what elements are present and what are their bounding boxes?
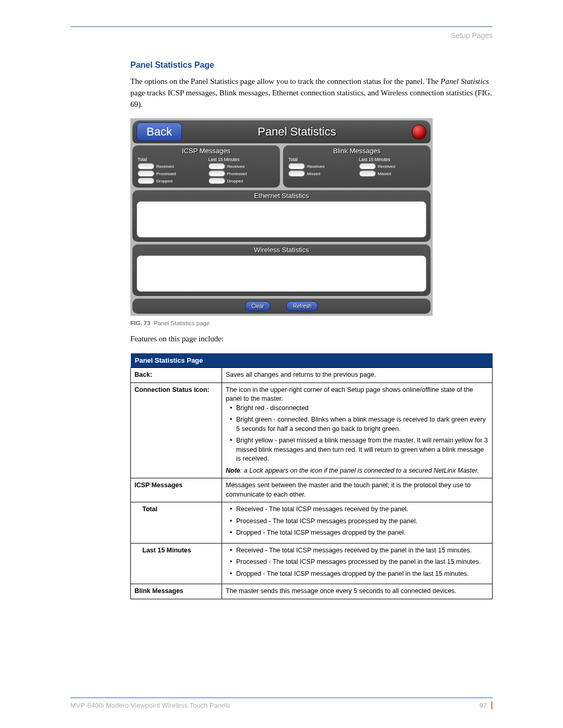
row-back-label: Back: — [131, 368, 222, 383]
row-icsp-desc: Messages sent between the master and the… — [222, 478, 493, 502]
icsp-total-received-label: Received — [156, 164, 204, 169]
page-footer: MVP-8400i Modero Viewpoint Wireless Touc… — [70, 697, 493, 709]
screenshot-titlebar: Back Panel Statistics — [132, 120, 431, 143]
blink-col-total: Total — [286, 156, 357, 163]
total-bullet-processed: Processed - The total ICSP messages proc… — [231, 517, 488, 526]
wireless-statistics-area — [137, 255, 426, 292]
row-blink-label: Blink Messages — [131, 584, 222, 599]
table-header: Panel Statistics Page — [131, 353, 493, 368]
intro-text-a: The options on the Panel Statistics page… — [130, 77, 440, 85]
row-total-label: Total — [131, 502, 222, 544]
intro-text-b: Panel Statistics — [440, 77, 489, 85]
ethernet-statistics-panel: Ethernet Statistics — [132, 190, 431, 242]
row-blink-desc: The master sends this message once every… — [222, 584, 493, 599]
total-bullet-dropped: Dropped - The total ICSP messages droppe… — [231, 528, 488, 538]
row-last15-label: Last 15 Minutes — [131, 543, 222, 584]
icsp-last-dropped-label: Dropped — [227, 179, 275, 183]
wireless-heading: Wireless Statistics — [132, 244, 431, 255]
figure-caption: FIG. 73 Panel Statistics page — [130, 320, 493, 326]
row-total-desc: Received - The total ICSP messages recei… — [222, 502, 493, 544]
conn-bullet-yellow: Bright yellow - panel missed a blink mes… — [231, 436, 488, 464]
icsp-col-last15: Last 15 Minutes — [206, 156, 277, 163]
blink-messages-panel: Blink Messages Total Received Missed Las… — [283, 145, 431, 188]
field — [288, 163, 305, 169]
button-bar: Clear Refresh — [132, 299, 431, 314]
field — [138, 170, 154, 177]
figure-number: FIG. 73 — [130, 320, 150, 326]
row-back-desc: Saves all changes and returns to the pre… — [222, 368, 493, 383]
screenshot-title: Panel Statistics — [182, 125, 412, 139]
ethernet-statistics-area — [137, 201, 426, 238]
clear-button[interactable]: Clear — [245, 301, 271, 311]
conn-bullet-red: Bright red - disconnected — [231, 404, 488, 413]
back-button[interactable]: Back — [137, 122, 182, 141]
wireless-statistics-panel: Wireless Statistics — [132, 244, 431, 296]
field — [359, 163, 376, 169]
last15-bullet-dropped: Dropped - The total ICSP messages droppe… — [231, 570, 488, 579]
total-bullet-received: Received - The total ICSP messages recei… — [231, 505, 488, 514]
panel-statistics-screenshot: Back Panel Statistics ICSP Messages Tota… — [130, 118, 433, 316]
last15-bullet-received: Received - The total ICSP messages recei… — [231, 546, 488, 556]
field — [138, 178, 154, 184]
icsp-total-dropped-label: Dropped — [156, 179, 204, 183]
row-conn-label: Connection Status icon: — [131, 382, 222, 478]
row-conn-desc: The icon in the upper-right corner of ea… — [222, 382, 493, 478]
field — [138, 163, 154, 169]
blink-last-missed-label: Missed — [378, 171, 426, 176]
footer-title: MVP-8400i Modero Viewpoint Wireless Touc… — [70, 701, 230, 709]
icsp-messages-panel: ICSP Messages Total Received Processed D… — [132, 145, 280, 188]
connection-status-icon — [412, 125, 426, 139]
icsp-last-received-label: Received — [227, 164, 275, 169]
intro-paragraph: The options on the Panel Statistics page… — [130, 76, 493, 110]
blink-heading: Blink Messages — [283, 145, 431, 156]
blink-total-received-label: Received — [307, 164, 355, 169]
icsp-last-processed-label: Processed — [227, 171, 275, 176]
intro-text-c: page tracks ICSP messages, Blink message… — [130, 89, 492, 108]
row-icsp-label: ICSP Messages — [131, 478, 222, 502]
icsp-col-total: Total — [136, 156, 206, 163]
figure-text: Panel Statistics page — [154, 320, 210, 326]
field — [209, 163, 225, 169]
blink-last-received-label: Received — [378, 164, 426, 169]
row-conn-text: The icon in the upper-right corner of ea… — [226, 386, 473, 403]
ethernet-heading: Ethernet Statistics — [132, 190, 431, 201]
refresh-button[interactable]: Refresh — [286, 301, 318, 311]
features-table: Panel Statistics Page Back: Saves all ch… — [130, 353, 493, 599]
section-heading: Panel Statistics Page — [130, 60, 493, 70]
icsp-heading: ICSP Messages — [132, 145, 280, 156]
header-section-label: Setup Pages — [70, 31, 493, 40]
last15-bullet-processed: Processed - The total ICSP messages proc… — [231, 558, 488, 567]
conn-note: Note: a Lock appears on the icon if the … — [226, 466, 488, 476]
field — [359, 170, 376, 177]
blink-col-last15: Last 15 Minutes — [357, 156, 428, 163]
field — [209, 170, 225, 177]
blink-total-missed-label: Missed — [307, 171, 355, 176]
features-lead: Features on this page include: — [130, 334, 493, 345]
conn-bullet-green: Bright green - connected. Blinks when a … — [231, 415, 488, 434]
icsp-total-processed-label: Processed — [156, 171, 204, 176]
row-last15-desc: Received - The total ICSP messages recei… — [222, 543, 493, 584]
field — [288, 170, 305, 177]
conn-note-bold: Note — [226, 467, 240, 474]
page-number: 97 — [480, 701, 493, 709]
field — [209, 178, 225, 184]
conn-note-text: : a Lock appears on the icon if the pane… — [240, 467, 479, 474]
